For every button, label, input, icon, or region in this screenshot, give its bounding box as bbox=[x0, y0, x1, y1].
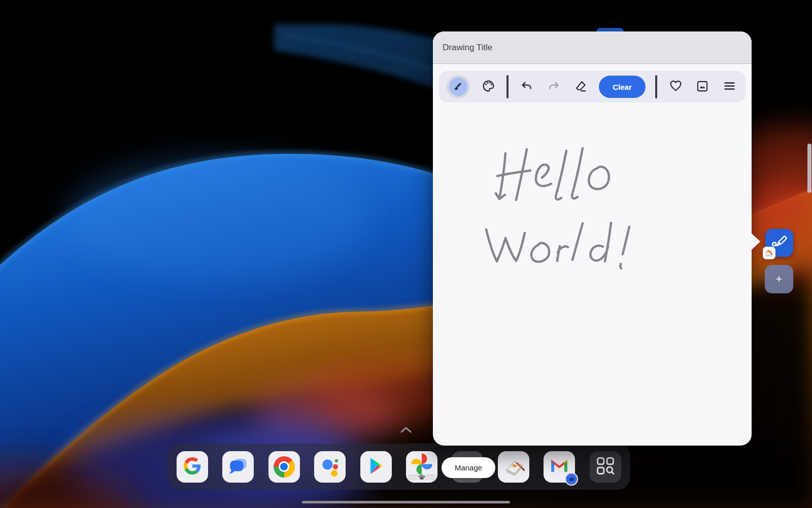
undo-icon bbox=[520, 80, 533, 94]
notebook-badge-icon bbox=[763, 247, 775, 259]
manage-tooltip[interactable]: Manage bbox=[442, 457, 495, 478]
favorite-button[interactable] bbox=[667, 78, 684, 95]
play-store-icon bbox=[366, 456, 386, 478]
gesture-navigation-bar[interactable] bbox=[302, 501, 510, 503]
menu-button[interactable] bbox=[721, 78, 738, 95]
new-note-button[interactable]: + bbox=[765, 265, 793, 293]
dock bbox=[167, 444, 630, 490]
edge-scrollbar[interactable] bbox=[807, 144, 811, 193]
dock-app-google[interactable] bbox=[177, 451, 208, 483]
eraser-icon bbox=[574, 79, 588, 94]
notebook-icon bbox=[502, 454, 525, 479]
clear-button[interactable]: Clear bbox=[599, 76, 646, 98]
paintbrush-icon bbox=[449, 78, 467, 96]
widgets-search-icon bbox=[595, 456, 616, 478]
toolbar-divider bbox=[655, 75, 657, 98]
palette-button[interactable] bbox=[480, 78, 497, 95]
image-icon bbox=[696, 80, 709, 94]
redo-button[interactable] bbox=[545, 78, 562, 95]
google-icon bbox=[184, 457, 201, 476]
dock-app-chrome[interactable] bbox=[268, 451, 300, 483]
window-title[interactable]: Drawing Title bbox=[443, 43, 492, 53]
handwriting-hello-world bbox=[481, 141, 638, 273]
plus-icon: + bbox=[776, 273, 783, 286]
redo-icon bbox=[547, 80, 560, 94]
expand-dock-chevron[interactable] bbox=[400, 426, 412, 434]
dock-app-play-store[interactable] bbox=[360, 451, 392, 483]
heart-icon bbox=[669, 79, 683, 94]
hamburger-menu-icon bbox=[723, 79, 736, 94]
paintbrush-tool-button[interactable] bbox=[447, 75, 470, 98]
dock-app-notebook[interactable] bbox=[498, 451, 529, 483]
toolbar-divider bbox=[506, 75, 509, 98]
dock-app-messages[interactable] bbox=[222, 451, 254, 483]
drawing-app-window: Drawing Title bbox=[433, 31, 752, 446]
google-photos-icon bbox=[408, 452, 436, 482]
dock-app-gmail[interactable] bbox=[544, 451, 575, 483]
eraser-button[interactable] bbox=[572, 78, 589, 95]
google-assistant-icon bbox=[319, 455, 341, 479]
chrome-icon bbox=[274, 456, 295, 478]
undo-button[interactable] bbox=[518, 78, 535, 95]
dock-app-photos[interactable] bbox=[406, 451, 437, 483]
palette-icon bbox=[482, 79, 495, 94]
stylus-notes-button[interactable] bbox=[765, 229, 793, 257]
toolbar: Clear bbox=[439, 71, 746, 103]
work-profile-badge-icon bbox=[565, 472, 578, 486]
insert-image-button[interactable] bbox=[694, 78, 711, 95]
dock-app-assistant[interactable] bbox=[314, 451, 346, 483]
chevron-up-icon bbox=[400, 427, 412, 434]
window-edge-arrow[interactable] bbox=[752, 233, 760, 250]
desktop: Drawing Title bbox=[0, 0, 812, 508]
gmail-icon bbox=[549, 458, 569, 476]
dock-app-widgets-search[interactable] bbox=[590, 451, 621, 483]
window-titlebar[interactable]: Drawing Title bbox=[433, 31, 752, 64]
manage-tooltip-label: Manage bbox=[455, 463, 482, 472]
messages-icon bbox=[227, 455, 249, 478]
